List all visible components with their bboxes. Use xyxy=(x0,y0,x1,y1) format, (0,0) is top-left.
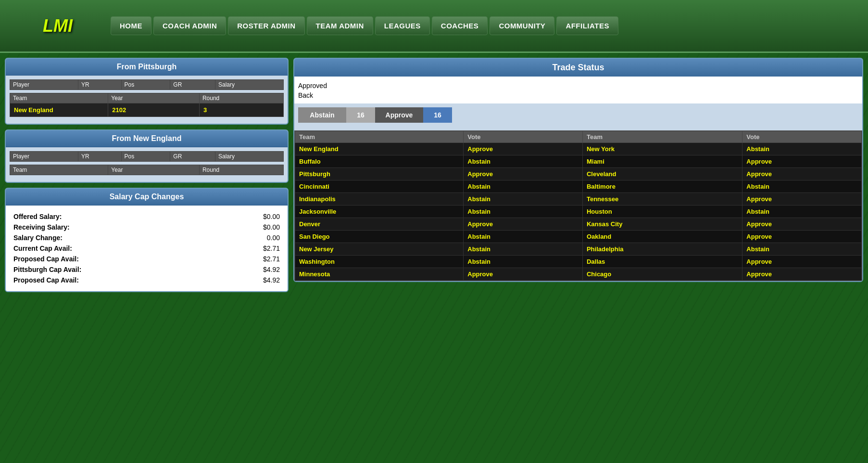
team2-cell: Dallas xyxy=(582,256,742,268)
nav-team-admin[interactable]: TEAM ADMIN xyxy=(307,16,373,35)
vote1-cell: Abstain xyxy=(464,256,583,268)
offered-salary-value: $0.00 xyxy=(263,213,280,220)
back-link[interactable]: Back xyxy=(298,91,313,99)
col-team: Team xyxy=(10,93,108,103)
approve-button[interactable]: Approve xyxy=(375,107,423,123)
salary-change-value: 0.00 xyxy=(267,234,280,242)
nav-coach-admin[interactable]: COACH ADMIN xyxy=(153,16,226,35)
nav-affiliates[interactable]: AFFILIATES xyxy=(556,16,618,35)
left-panel: From Pittsburgh Player YR Pos GR Salary … xyxy=(5,58,289,292)
trade-status-header: Trade Status xyxy=(294,59,862,77)
vote2-cell: Approve xyxy=(742,193,862,206)
vote1-cell: Abstain xyxy=(464,206,583,218)
nav-home[interactable]: HOME xyxy=(111,16,151,35)
team2-cell: Houston xyxy=(582,206,742,218)
vote2-cell: Approve xyxy=(742,218,862,231)
team2-cell: Baltimore xyxy=(582,180,742,193)
from-new-england-content: Player YR Pos GR Salary Team Year Round xyxy=(6,147,288,182)
table-row: MinnesotaApproveChicagoApprove xyxy=(295,268,862,281)
team1-cell: Jacksonville xyxy=(295,206,464,218)
nav-links: HOME COACH ADMIN ROSTER ADMIN TEAM ADMIN… xyxy=(111,16,618,35)
col-round: Round xyxy=(199,165,283,175)
current-cap-label: Current Cap Avail: xyxy=(13,244,72,252)
col-vote1: Vote xyxy=(464,131,583,143)
pittsburgh-cap-value: $4.92 xyxy=(263,266,280,273)
abstain-button[interactable]: Abstain xyxy=(298,107,346,123)
table-row: BuffaloAbstainMiamiApprove xyxy=(295,155,862,168)
vote2-cell: Approve xyxy=(742,231,862,243)
proposed-cap-label1: Proposed Cap Avail: xyxy=(13,255,79,263)
table-row: CincinnatiAbstainBaltimoreAbstain xyxy=(295,180,862,193)
col-team: Team xyxy=(10,165,108,175)
team1-cell: Minnesota xyxy=(295,268,464,281)
vote2-cell: Abstain xyxy=(742,243,862,256)
nav-coaches[interactable]: COACHES xyxy=(432,16,488,35)
col-year: Year xyxy=(108,165,200,175)
col-team1: Team xyxy=(295,131,464,143)
col-gr: GR xyxy=(170,152,215,162)
col-player: Player xyxy=(10,152,78,162)
col-gr: GR xyxy=(170,80,215,90)
vote2-cell: Approve xyxy=(742,256,862,268)
receiving-salary-row: Receiving Salary: $0.00 xyxy=(13,222,280,232)
table-row: IndianapolisAbstainTennesseeApprove xyxy=(295,193,862,206)
col-yr: YR xyxy=(78,152,122,162)
table-row: San DiegoAbstainOaklandApprove xyxy=(295,231,862,243)
team2-cell: Kansas City xyxy=(582,218,742,231)
current-cap-row: Current Cap Avail: $2.71 xyxy=(13,243,280,254)
col-pos: Pos xyxy=(121,152,170,162)
vote1-cell: Abstain xyxy=(464,155,583,168)
status-approved: Approved xyxy=(298,80,858,91)
team2-cell: Cleveland xyxy=(582,168,742,180)
from-new-england-section: From New England Player YR Pos GR Salary… xyxy=(5,129,289,183)
table-row: DenverApproveKansas CityApprove xyxy=(295,218,862,231)
pittsburgh-round-value: 3 xyxy=(199,103,283,117)
trade-status-content: Approved Back xyxy=(294,77,862,103)
approve-count: 16 xyxy=(423,107,452,123)
salary-cap-header: Salary Cap Changes xyxy=(6,189,288,206)
team1-cell: Indianapolis xyxy=(295,193,464,206)
vote1-cell: Approve xyxy=(464,168,583,180)
nav-roster-admin[interactable]: ROSTER ADMIN xyxy=(228,16,304,35)
vote-table-wrapper: Team Vote Team Vote New EnglandApproveNe… xyxy=(294,130,862,281)
vote-summary-bar: Abstain 16 Approve 16 xyxy=(294,107,862,127)
team1-cell: San Diego xyxy=(295,231,464,243)
vote1-cell: Abstain xyxy=(464,231,583,243)
salary-cap-content: Offered Salary: $0.00 Receiving Salary: … xyxy=(6,206,288,291)
vote2-cell: Abstain xyxy=(742,206,862,218)
proposed-cap-value2: $4.92 xyxy=(263,276,280,284)
col-salary: Salary xyxy=(215,80,283,90)
current-cap-value: $2.71 xyxy=(263,244,280,252)
from-pittsburgh-header: From Pittsburgh xyxy=(6,59,288,76)
abstain-count: 16 xyxy=(346,107,375,123)
vote1-cell: Approve xyxy=(464,143,583,155)
salary-cap-section: Salary Cap Changes Offered Salary: $0.00… xyxy=(5,188,289,292)
right-panel: Trade Status Approved Back Abstain 16 Ap… xyxy=(293,58,863,292)
pittsburgh-cap-label: Pittsburgh Cap Avail: xyxy=(13,266,81,273)
from-pittsburgh-section: From Pittsburgh Player YR Pos GR Salary … xyxy=(5,58,289,125)
team1-cell: Washington xyxy=(295,256,464,268)
pittsburgh-cap-row: Pittsburgh Cap Avail: $4.92 xyxy=(13,264,280,275)
team2-cell: New York xyxy=(582,143,742,155)
table-row: WashingtonAbstainDallasApprove xyxy=(295,256,862,268)
pittsburgh-team-value: New England xyxy=(10,103,108,117)
col-vote2: Vote xyxy=(742,131,862,143)
from-pittsburgh-content: Player YR Pos GR Salary Team Year Round … xyxy=(6,76,288,124)
vote2-cell: Approve xyxy=(742,168,862,180)
nav-leagues[interactable]: LEAGUES xyxy=(375,16,430,35)
team1-cell: Cincinnati xyxy=(295,180,464,193)
navigation: LMI HOME COACH ADMIN ROSTER ADMIN TEAM A… xyxy=(0,0,868,53)
table-row: New EnglandApproveNew YorkAbstain xyxy=(295,143,862,155)
team2-cell: Oakland xyxy=(582,231,742,243)
receiving-salary-value: $0.00 xyxy=(263,223,280,231)
from-new-england-row-headers: Team Year Round xyxy=(10,165,284,175)
offered-salary-row: Offered Salary: $0.00 xyxy=(13,211,280,222)
vote2-cell: Abstain xyxy=(742,180,862,193)
from-new-england-cols: Player YR Pos GR Salary xyxy=(10,151,284,162)
main-content: From Pittsburgh Player YR Pos GR Salary … xyxy=(0,53,868,297)
col-salary: Salary xyxy=(215,152,283,162)
nav-community[interactable]: COMMUNITY xyxy=(490,16,554,35)
proposed-cap-row2: Proposed Cap Avail: $4.92 xyxy=(13,275,280,285)
table-row: New JerseyAbstainPhiladelphiaAbstain xyxy=(295,243,862,256)
team2-cell: Miami xyxy=(582,155,742,168)
